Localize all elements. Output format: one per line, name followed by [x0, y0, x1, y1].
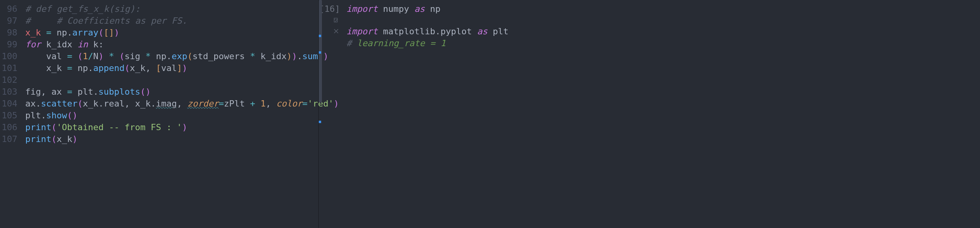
line-number: 107 [0, 133, 22, 145]
token: = [302, 99, 307, 108]
token: ) [114, 28, 119, 37]
token: . [36, 99, 41, 108]
line-number: 97 [0, 15, 22, 27]
token: subplots [99, 87, 140, 97]
token: . [166, 51, 172, 61]
code-line[interactable] [25, 74, 339, 86]
cell-run-icon[interactable] [319, 15, 342, 26]
token: numpy [383, 4, 409, 14]
editor-left-pane[interactable]: 96979899100101102103104105106107 # def g… [0, 0, 319, 228]
code-line[interactable] [346, 15, 980, 26]
token: ax [51, 87, 62, 97]
token: = [219, 99, 224, 108]
token: import [346, 4, 378, 14]
code-line[interactable]: val = (1/N) * (sig * np.exp(std_powers *… [25, 50, 339, 62]
token: as [477, 26, 488, 36]
token: ) [72, 134, 77, 144]
token: ( [67, 110, 72, 120]
token: show [46, 110, 67, 120]
token: = [46, 28, 51, 37]
cell-gutter: [16] [319, 0, 342, 228]
token: : [98, 39, 103, 49]
code-line[interactable]: import matplotlib.pyplot as plt [346, 26, 980, 37]
token [488, 26, 493, 36]
line-number: 100 [0, 50, 22, 62]
token [51, 28, 56, 37]
token: learning_rate = 1 [357, 38, 446, 48]
line-number: 96 [0, 3, 22, 15]
token [472, 26, 477, 36]
token: for [25, 39, 41, 49]
code-area-right[interactable]: import numpy as npimport matplotlib.pypl… [342, 0, 980, 228]
code-line[interactable]: # learning_rate = 1 [346, 37, 980, 49]
token: ) [98, 51, 103, 61]
code-line[interactable]: # # Coefficients as per FS. [25, 15, 339, 27]
token: pyplot [440, 26, 471, 36]
token: , [125, 99, 130, 108]
token [409, 4, 414, 14]
line-number: 98 [0, 27, 22, 39]
token [104, 51, 109, 61]
token: . [41, 110, 46, 120]
token: * [109, 51, 114, 61]
token [62, 87, 67, 97]
token: print [25, 122, 51, 132]
token [245, 99, 250, 108]
token: = [67, 87, 72, 97]
code-line[interactable]: # def get_fs_x_k(sig): [25, 3, 339, 15]
token: # def get_fs_x_k(sig): [25, 4, 140, 14]
token: color [276, 99, 302, 108]
line-number: 106 [0, 121, 22, 133]
token: , [266, 99, 271, 108]
token: import [346, 26, 378, 36]
token: fig [25, 87, 41, 97]
code-area-left[interactable]: # def get_fs_x_k(sig):# # Coefficients a… [22, 0, 339, 228]
token [62, 51, 67, 61]
token: ( [98, 28, 103, 37]
token [378, 26, 383, 36]
token: , [146, 63, 151, 73]
token: zorder [187, 99, 219, 108]
token [72, 87, 77, 97]
token [114, 51, 119, 61]
token: matplotlib [383, 26, 435, 36]
token: ) [146, 87, 151, 97]
code-line[interactable]: x_k = np.array([]) [25, 27, 339, 39]
code-line[interactable]: plt.show() [25, 110, 339, 121]
token: print [25, 134, 51, 144]
code-line[interactable]: x_k = np.append(x_k, [val]) [25, 62, 339, 74]
token: ( [187, 51, 193, 61]
token: ] [177, 63, 182, 73]
token: ) [182, 122, 187, 132]
token: 'Obtained -- from FS : ' [56, 122, 182, 132]
token [41, 39, 46, 49]
token: imag [156, 99, 177, 108]
token: ( [140, 87, 145, 97]
token: . [93, 87, 98, 97]
editor-right-pane[interactable]: [16] import numpy as npimport matplotlib… [319, 0, 980, 228]
code-line[interactable]: print(x_k) [25, 133, 339, 145]
code-line[interactable]: ax.scatter(x_k.real, x_k.imag, zorder=zP… [25, 98, 339, 110]
code-line[interactable]: import numpy as np [346, 3, 980, 15]
token: ) [72, 110, 77, 120]
token [378, 4, 383, 14]
close-icon[interactable] [319, 26, 342, 36]
token: = [67, 63, 72, 73]
token: x_k [46, 63, 62, 73]
token: append [93, 63, 124, 73]
token: . [297, 51, 302, 61]
token: / [88, 51, 93, 61]
code-line[interactable]: print('Obtained -- from FS : ') [25, 121, 339, 133]
token: + [250, 99, 255, 108]
token: * [250, 51, 255, 61]
token [72, 39, 77, 49]
code-line[interactable]: fig, ax = plt.subplots() [25, 86, 339, 98]
token: N [93, 51, 98, 61]
token: np [156, 51, 166, 61]
code-line[interactable]: for k_idx in k: [25, 39, 339, 50]
token: . [88, 63, 93, 73]
change-marker [319, 35, 321, 37]
token: val [46, 51, 62, 61]
token: # # Coefficients as per FS. [25, 16, 187, 26]
token [245, 51, 250, 61]
